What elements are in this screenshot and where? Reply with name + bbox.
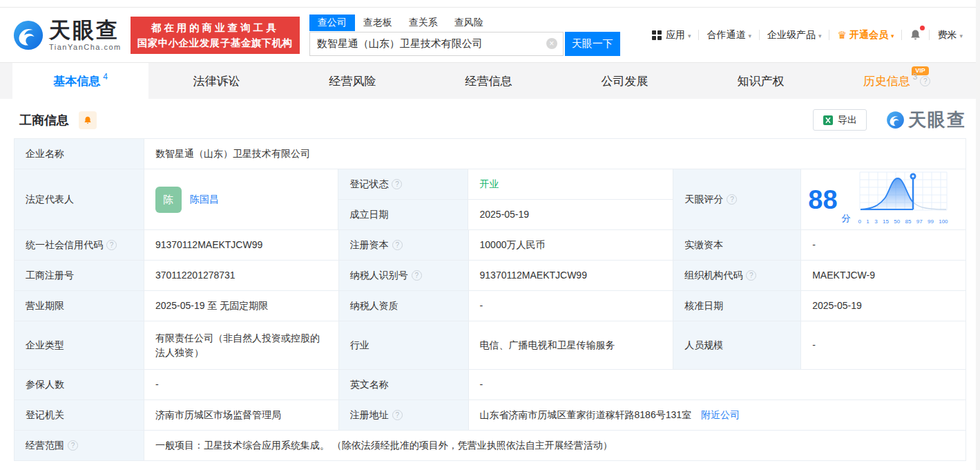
field-value-reg-status: 开业 (468, 169, 673, 200)
tianyan-score-value: 88 (808, 187, 837, 213)
field-value-reg-capital: 10000万人民币 (469, 230, 674, 261)
help-icon[interactable]: ? (106, 240, 117, 250)
tab-company-development[interactable]: 公司发展 (557, 63, 693, 99)
field-label-reg-number: 工商注册号 (15, 261, 144, 291)
search-area: 查公司 查老板 查关系 查风险 × 天眼一下 (309, 15, 622, 56)
tab-legal-proceedings[interactable]: 法律诉讼 (148, 63, 285, 99)
table-row: 经营范围 ? 一般项目：卫星技术综合应用系统集成。 （除依法须经批准的项目外，凭… (15, 431, 966, 461)
tab-history-info[interactable]: VIP 历史信息 3 ? (829, 63, 965, 99)
field-value-taxpayer-quals: - (469, 291, 674, 321)
table-row: 参保人数 - 英文名称 - (15, 370, 966, 400)
field-value-paid-capital: - (801, 230, 966, 261)
tab-operating-info[interactable]: 经营信息 (421, 63, 557, 99)
help-icon[interactable]: ? (412, 270, 422, 281)
field-label-industry: 行业 (339, 321, 469, 370)
slogan-badge: 都在用的商业查询工具 国家中小企业发展子基金旗下机构 (131, 17, 300, 54)
nav-apps[interactable]: 应用 ▾ (644, 29, 699, 41)
table-row: 营业期限 2025-05-19 至 无固定期限 纳税人资质 - 核准日期 202… (15, 291, 966, 321)
business-info-table: 企业名称 数智星通（山东）卫星技术有限公司 法定代表人 陈 陈国昌 登记状态 ?… (14, 138, 966, 461)
page-scrollbar[interactable] (976, 0, 980, 470)
tab-label: 经营信息 (465, 73, 512, 89)
nav-vip[interactable]: ♛ 开通会员 ▾ (829, 29, 901, 41)
field-value-reg-number: 370112201278731 (144, 261, 339, 291)
field-label-business-term: 营业期限 (15, 291, 144, 321)
field-label-uscc: 统一社会信用代码 ? (15, 230, 144, 261)
field-label-tianyan-score: 天眼评分 ? (673, 169, 801, 230)
search-button[interactable]: 天眼一下 (565, 32, 620, 56)
field-label-company-name: 企业名称 (15, 139, 144, 169)
tab-label: 法律诉讼 (193, 73, 240, 89)
field-label-reg-capital: 注册资本 ? (339, 230, 469, 261)
search-input[interactable] (317, 38, 546, 50)
help-icon[interactable]: ? (68, 440, 78, 451)
search-tab-boss[interactable]: 查老板 (355, 15, 401, 31)
table-row: 统一社会信用代码 ? 91370112MAEKTJCW99 注册资本 ? 100… (15, 230, 966, 261)
table-row: 工商注册号 370112201278731 纳税人识别号 ? 91370112M… (15, 261, 966, 291)
tab-intellectual-property[interactable]: 知识产权 (693, 63, 829, 99)
tab-label: 基本信息 (53, 73, 100, 89)
search-tab-relation[interactable]: 查关系 (401, 15, 446, 31)
help-icon[interactable]: ? (746, 270, 756, 281)
help-icon[interactable]: ? (392, 179, 402, 189)
field-label-english-name: 英文名称 (339, 370, 469, 400)
chevron-down-icon: ▾ (891, 32, 894, 39)
search-box: × (309, 32, 564, 56)
help-icon[interactable]: ? (920, 76, 930, 86)
avatar[interactable]: 陈 (155, 187, 182, 213)
nearby-companies-link[interactable]: 附近公司 (701, 408, 740, 422)
field-value-english-name: - (469, 370, 966, 400)
field-label-taxpayer-quals: 纳税人资质 (339, 291, 469, 321)
chevron-down-icon: ▾ (748, 32, 751, 39)
field-label-reg-status: 登记状态 ? (338, 169, 468, 200)
brand-domain: TianYanCha.com (49, 44, 122, 51)
score-axis: 0 1 3 15 50 85 97 99 100 (858, 214, 949, 229)
tab-basic-info[interactable]: 基本信息 4 (12, 63, 148, 99)
field-value-reg-authority: 济南市历城区市场监督管理局 (144, 400, 339, 431)
tianyancha-logo[interactable]: 天眼查 TianYanCha.com (12, 19, 122, 51)
field-label-reg-address: 注册地址 ? (339, 400, 469, 431)
monitor-bell-button[interactable] (79, 111, 97, 129)
search-tab-risk[interactable]: 查风险 (446, 15, 492, 31)
crown-icon: ♛ (837, 29, 846, 41)
section-header: 工商信息 导出 天眼查 (0, 99, 980, 138)
field-label-approval-date: 核准日期 (673, 291, 801, 321)
help-icon[interactable]: ? (392, 240, 403, 250)
search-tabs: 查公司 查老板 查关系 查风险 (309, 15, 622, 32)
tab-label: 公司发展 (602, 73, 648, 89)
export-button[interactable]: 导出 (813, 109, 867, 131)
apps-grid-icon (652, 30, 662, 40)
nav-vip-label: 开通会员 (849, 29, 888, 41)
field-value-staff-size: - (801, 321, 966, 370)
field-value-business-term: 2025-05-19 至 无固定期限 (144, 291, 339, 321)
main-tabbar: 基本信息 4 法律诉讼 经营风险 经营信息 公司发展 知识产权 VIP 历史信息… (0, 62, 980, 99)
field-value-industry: 电信、广播电视和卫星传输服务 (469, 321, 674, 370)
field-value-uscc: 91370112MAEKTJCW99 (144, 230, 339, 261)
help-icon[interactable]: ? (392, 410, 403, 420)
clear-icon[interactable]: × (546, 38, 557, 49)
help-icon[interactable]: ? (727, 194, 737, 205)
field-label-reg-authority: 登记机关 (15, 400, 144, 431)
section-title: 工商信息 (19, 112, 69, 129)
header: 天眼查 TianYanCha.com 都在用的商业查询工具 国家中小企业发展子基… (0, 8, 980, 62)
excel-icon (823, 115, 834, 126)
tianyancha-logo-icon (12, 19, 44, 51)
nav-user[interactable]: 费米 ▾ (930, 29, 970, 41)
tianyan-score-unit: 分 (842, 211, 851, 225)
legal-rep-link[interactable]: 陈国昌 (190, 192, 219, 207)
chevron-down-icon: ▾ (688, 32, 691, 39)
tab-operating-risk[interactable]: 经营风险 (285, 63, 421, 99)
watermark-logo: 天眼查 (886, 108, 966, 132)
field-value-insured-count: - (144, 370, 339, 400)
nav-enterprise-products[interactable]: 企业级产品 ▾ (760, 29, 829, 41)
nav-partner-channel[interactable]: 合作通道 ▾ (699, 29, 759, 41)
tab-count: 4 (103, 72, 108, 82)
brand-name: 天眼查 (49, 19, 122, 41)
bell-icon (83, 115, 93, 125)
field-label-staff-size: 人员规模 (673, 321, 801, 370)
notification-bell[interactable] (902, 28, 929, 41)
field-label-paid-capital: 实缴资本 (673, 230, 801, 261)
tab-label: 历史信息 (863, 73, 910, 89)
table-row: 登记机关 济南市历城区市场监督管理局 注册地址 ? 山东省济南市历城区董家街道稼… (15, 400, 966, 431)
notification-dot (920, 26, 925, 30)
search-tab-company[interactable]: 查公司 (309, 15, 355, 31)
